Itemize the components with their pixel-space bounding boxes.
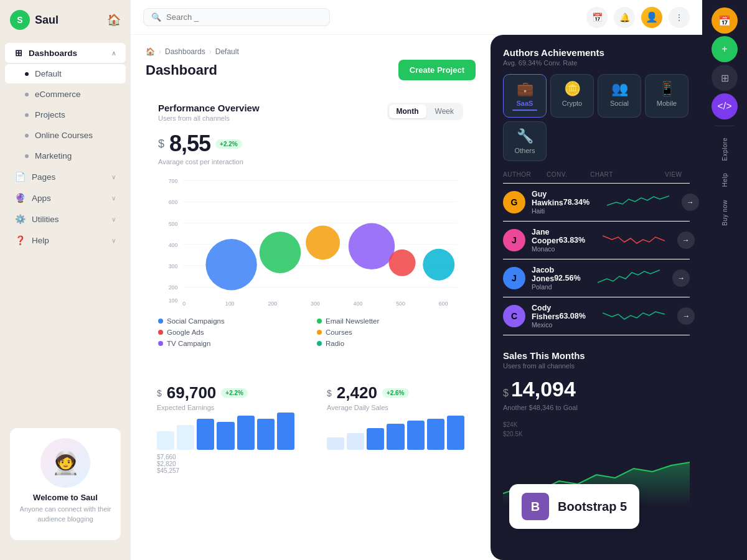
view-btn-0[interactable]: → <box>682 194 699 211</box>
svg-text:500: 500 <box>169 221 178 227</box>
author-name-1: Jane Cooper <box>532 228 559 245</box>
explore-label[interactable]: Explore <box>721 133 728 166</box>
earnings-badge: +2.2% <box>221 388 248 398</box>
panel-divider <box>715 126 734 126</box>
calendar-btn[interactable]: 📅 <box>712 7 738 34</box>
author-info-2: J Jacob Jones Poland <box>503 266 554 291</box>
svg-point-24 <box>388 250 415 276</box>
legend-label: Courses <box>326 329 352 336</box>
sales-dollar: $ <box>503 388 509 399</box>
content-two-col: 🏠 › Dashboards › Default Dashboard Creat… <box>131 35 702 560</box>
logo-icon: S <box>10 10 30 30</box>
nav-dot <box>25 113 29 117</box>
sales-title: Sales This Months <box>503 350 690 361</box>
logo-arrow-icon: 🏠 <box>107 13 121 27</box>
welcome-title: Welcome to Saul <box>17 493 113 502</box>
authors-tabs: 💼 SaaS 🪙 Crypto 👥 Social 📱 Mobile <box>503 74 690 161</box>
social-label: Social <box>610 100 629 107</box>
tab-others[interactable]: 🔧 Others <box>503 121 547 161</box>
author-location-0: Haiti <box>532 207 563 215</box>
legend-radio: Radio <box>317 340 463 347</box>
sidebar-item-pages[interactable]: 📄 Pages ∨ <box>5 167 126 187</box>
author-avatar-0: G <box>503 191 525 213</box>
welcome-card: 🧑‍🚀 Welcome to Saul Anyone can connect w… <box>10 428 121 540</box>
sidebar-item-default[interactable]: Default <box>5 64 126 83</box>
legend-email-newsletter: Email Newsletter <box>317 317 463 325</box>
svg-point-25 <box>423 249 454 281</box>
mini-chart-3 <box>603 307 665 325</box>
breadcrumb-home-icon: 🏠 <box>146 47 155 56</box>
sales-value-area: $ 14,094 <box>503 377 690 401</box>
tab-crypto[interactable]: 🪙 Crypto <box>550 74 594 118</box>
svg-text:500: 500 <box>396 301 405 307</box>
author-info-0: G Guy Hawkins Haiti <box>503 190 563 215</box>
sidebar-item-dashboards[interactable]: ⊞ Dashboards ∧ <box>5 43 126 63</box>
crypto-label: Crypto <box>562 100 582 107</box>
topbar-calendar-icon[interactable]: 📅 <box>586 7 608 28</box>
author-location-2: Poland <box>532 283 554 291</box>
legend-label: Social Campaigns <box>167 317 225 325</box>
page-header: Dashboard Create Project <box>146 60 476 80</box>
author-location-1: Monaco <box>532 245 559 253</box>
code-btn[interactable]: </> <box>712 93 738 119</box>
sidebar-item-apps[interactable]: 🔮 Apps ∨ <box>5 188 126 208</box>
others-icon: 🔧 <box>517 128 533 144</box>
sidebar-bottom: 🧑‍🚀 Welcome to Saul Anyone can connect w… <box>0 418 131 550</box>
svg-point-23 <box>349 223 395 269</box>
create-project-button[interactable]: Create Project <box>398 60 476 80</box>
buy-now-label[interactable]: Buy now <box>721 195 728 231</box>
svg-text:400: 400 <box>354 301 363 307</box>
author-row-3: C Cody Fishers Mexico 63.08% → <box>503 297 690 335</box>
topbar-menu-icon[interactable]: ⋮ <box>669 7 690 28</box>
perf-title: Performance Overview <box>158 103 260 113</box>
author-details-1: Jane Cooper Monaco <box>532 228 559 253</box>
astronaut-illustration: 🧑‍🚀 <box>40 438 90 488</box>
breadcrumb-dashboards[interactable]: Dashboards <box>165 47 205 56</box>
help-label[interactable]: Help <box>721 168 728 192</box>
view-btn-3[interactable]: → <box>677 307 695 325</box>
view-btn-2[interactable]: → <box>672 269 690 287</box>
bootstrap-badge: B Bootstrap 5 <box>509 484 639 529</box>
tab-social[interactable]: 👥 Social <box>598 74 641 118</box>
sidebar-item-online-courses[interactable]: Online Courses <box>5 126 126 145</box>
legend-label: Radio <box>326 340 344 347</box>
view-btn-1[interactable]: → <box>677 231 695 249</box>
perf-header: Performance Overview Users from all chan… <box>158 103 463 122</box>
author-info-1: J Jane Cooper Monaco <box>503 228 559 253</box>
sidebar-item-marketing[interactable]: Marketing <box>5 146 126 166</box>
search-box[interactable]: 🔍 <box>143 8 330 26</box>
sidebar-item-label-utilities: Utilities <box>32 215 59 224</box>
svg-text:700: 700 <box>169 178 178 184</box>
bottom-stats-row: $ 69,700 +2.2% Expected Earnings <box>146 372 476 485</box>
sales-y-label-1: $24K <box>503 421 690 428</box>
toggle-group: Month Week <box>387 103 463 120</box>
author-avatar-2: J <box>503 267 525 289</box>
add-btn[interactable]: + <box>712 36 738 62</box>
tab-mobile[interactable]: 📱 Mobile <box>645 74 688 118</box>
chevron-icon: ∨ <box>111 237 116 244</box>
mini-chart-1 <box>603 231 665 250</box>
topbar-avatar[interactable]: 👤 <box>641 7 662 28</box>
sidebar-item-projects[interactable]: Projects <box>5 105 126 124</box>
bootstrap-label: Bootstrap 5 <box>558 500 627 514</box>
chevron-icon: ∧ <box>111 50 116 57</box>
sidebar-item-ecommerce[interactable]: eCommerce <box>5 85 126 104</box>
sidebar-item-help[interactable]: ❓ Help ∨ <box>5 230 126 250</box>
sales-subtitle: Users from all channels <box>503 362 690 370</box>
header-author: AUTHOR <box>503 171 547 178</box>
breadcrumb-default[interactable]: Default <box>215 47 239 56</box>
sidebar-item-utilities[interactable]: ⚙️ Utilities ∨ <box>5 209 126 229</box>
earnings-currency: $ <box>157 388 162 398</box>
sidebar-item-label-dashboards: Dashboards <box>29 49 77 58</box>
chevron-icon: ∨ <box>111 195 116 202</box>
search-input[interactable] <box>166 12 322 22</box>
sidebar-item-label-default: Default <box>35 69 62 78</box>
topbar-notification-icon[interactable]: 🔔 <box>614 7 635 28</box>
tab-saas[interactable]: 💼 SaaS <box>503 74 547 118</box>
mini-chart-2 <box>598 269 660 287</box>
week-toggle[interactable]: Week <box>428 105 461 118</box>
earnings-value-row: $ 69,700 +2.2% <box>157 383 294 403</box>
grid-btn[interactable]: ⊞ <box>712 65 738 91</box>
month-toggle[interactable]: Month <box>389 105 426 118</box>
earnings-label: Expected Earnings <box>157 404 294 411</box>
